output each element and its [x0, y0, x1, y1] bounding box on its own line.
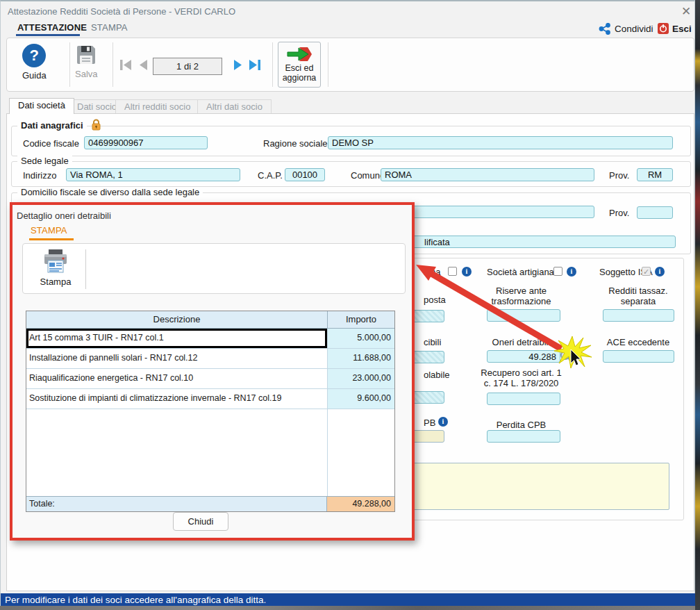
group-title: Dati anagrafici	[17, 120, 87, 131]
domicilio-row2-field[interactable]: lificata	[397, 236, 676, 248]
popup-tab-underline	[29, 238, 74, 240]
dettaglio-oneri-popup: Dettaglio oneri detraibili STAMPA Stam	[10, 202, 415, 541]
perdita-cpb-label: Perdita CPB	[478, 420, 565, 430]
empty-importo-column	[327, 409, 394, 496]
prov-label: Prov.	[609, 170, 629, 181]
redditi-tassaz-field[interactable]	[603, 309, 674, 322]
green-arrow-icon	[287, 47, 312, 62]
table-row[interactable]: Art 15 comma 3 TUIR - RN17 col.15.000,00	[26, 329, 394, 349]
toolbar-separator	[328, 42, 328, 87]
table-total-row: Totale: 49.288,00	[26, 496, 394, 511]
chiudi-button[interactable]: Chiudi	[173, 512, 228, 531]
domicilio-prov-label: Prov.	[609, 208, 629, 218]
oneri-detraibili-label: Oneri detraibili	[478, 337, 565, 347]
page-indicator[interactable]: 1 di 2	[153, 58, 222, 75]
table-row[interactable]: Riaqualificazione energetica - RN17 col.…	[26, 369, 394, 389]
ribbon-tab-stampa[interactable]: STAMPA	[91, 22, 128, 33]
popup-toolbar-separator	[85, 249, 86, 289]
table-empty-area	[26, 409, 394, 496]
riserve-field[interactable]	[487, 309, 560, 322]
guida-button[interactable]: ? Guida	[22, 44, 47, 81]
toolbar: ? Guida Salva 1 di 2	[6, 38, 694, 92]
domicilio-prov-field[interactable]	[637, 206, 673, 219]
recupero-soci-label: Recupero soci art. 1 c. 174 L. 178/2020	[478, 368, 565, 388]
header-descrizione[interactable]: Descrizione	[26, 311, 327, 328]
toolbar-separator	[272, 42, 273, 87]
row-description-cell[interactable]: Sostituzione di impianti di climatizzazi…	[26, 389, 327, 409]
info-icon[interactable]: i	[438, 417, 448, 427]
soggetto-isa-checkbox[interactable]: ✓	[642, 267, 651, 276]
salva-button[interactable]: Salva	[75, 44, 98, 79]
power-icon	[658, 23, 669, 34]
oneri-detraibili-field[interactable]: 49.288	[487, 350, 560, 363]
background-window-edge	[0, 606, 695, 610]
guida-label: Guida	[22, 70, 47, 81]
cap-label: C.A.P.	[258, 170, 283, 181]
table-body: Art 15 comma 3 TUIR - RN17 col.15.000,00…	[26, 329, 394, 409]
tab-altri-redditi-socio[interactable]: Altri redditi socio	[115, 99, 199, 114]
esci-ed-aggiorna-button[interactable]: Esci ed aggiorna	[278, 42, 321, 88]
societa-artigiana-checkbox[interactable]	[553, 267, 562, 276]
group-title: Domicilio fiscale se diverso dalla sede …	[17, 187, 203, 197]
row-importo-cell[interactable]: 5.000,00	[327, 329, 394, 348]
ragione-sociale-field[interactable]: DEMO SP	[328, 136, 673, 149]
help-icon: ?	[22, 44, 46, 67]
popup-tab-stampa[interactable]: STAMPA	[31, 225, 67, 236]
window-title: Attestazione Redditi Società di Persone …	[8, 6, 235, 17]
nav-last-icon[interactable]	[249, 60, 261, 70]
lock-icon	[91, 119, 101, 131]
floppy-icon	[75, 44, 97, 66]
info-icon[interactable]: i	[462, 267, 472, 277]
recupero-soci-field[interactable]	[487, 393, 560, 405]
codice-fiscale-field[interactable]: 04699900967	[84, 136, 208, 149]
ragione-sociale-label: Ragione sociale	[263, 138, 328, 149]
row-importo-cell[interactable]: 23.000,00	[327, 369, 394, 388]
condividi-button[interactable]: Condividi	[599, 23, 653, 35]
nav-first-icon[interactable]	[119, 60, 132, 70]
row-description-cell[interactable]: Riaqualificazione energetica - RN17 col.…	[26, 369, 327, 388]
tab-dati-societa[interactable]: Dati società	[9, 98, 74, 114]
fragment-label: cibili	[424, 337, 441, 347]
note-area[interactable]	[390, 463, 669, 510]
esci-button[interactable]: Esci	[658, 23, 692, 34]
prov-field[interactable]: RM	[637, 168, 673, 181]
nav-prev-icon[interactable]	[138, 60, 148, 70]
comune-label: Comune	[351, 170, 385, 181]
ace-eccedente-label: ACE eccedente	[597, 337, 680, 347]
stampa-button[interactable]: Stampa	[33, 248, 78, 287]
fragment-label: olabile	[424, 370, 450, 380]
esci-label: Esci	[672, 24, 692, 34]
close-icon[interactable]: ✕	[678, 4, 694, 19]
table-row[interactable]: Sostituzione di impianti di climatizzazi…	[26, 389, 394, 409]
condividi-label: Condividi	[615, 24, 653, 34]
fragment-label: posta	[424, 295, 446, 305]
group-sede-legale: Sede legale Indirizzo Via ROMA, 1 C.A.P.…	[11, 161, 691, 187]
active-tab-underline	[16, 34, 80, 36]
row-description-cell[interactable]: Installazione di pannelli solari - RN17 …	[26, 349, 327, 368]
row-importo-cell[interactable]: 11.688,00	[327, 349, 394, 368]
magnifier-icon[interactable]	[560, 349, 574, 363]
cap-field[interactable]: 00100	[285, 168, 325, 181]
nav-next-icon[interactable]	[233, 60, 243, 70]
toolbar-separator	[69, 42, 70, 87]
comune-field[interactable]: ROMA	[381, 168, 594, 181]
info-icon[interactable]: i	[655, 267, 665, 277]
total-value: 49.288,00	[326, 497, 394, 511]
domicilio-comune-field[interactable]	[397, 206, 594, 218]
ribbon-tab-attestazione[interactable]: ATTESTAZIONE	[17, 22, 87, 33]
ace-eccedente-field[interactable]	[603, 350, 674, 363]
fragment-label: PB	[424, 418, 435, 428]
perdita-cpb-field[interactable]	[487, 430, 560, 443]
table-header: Descrizione Importo	[26, 311, 394, 329]
tab-altri-dati-socio[interactable]: Altri dati socio	[197, 99, 272, 114]
status-bar: Per modificare i dati dei soci accedere …	[1, 593, 696, 607]
row-importo-cell[interactable]: 9.600,00	[327, 389, 394, 409]
info-icon[interactable]: i	[567, 267, 576, 277]
row-description-cell[interactable]: Art 15 comma 3 TUIR - RN17 col.1	[26, 329, 327, 348]
printer-icon	[42, 248, 69, 274]
indirizzo-field[interactable]: Via ROMA, 1	[66, 168, 240, 181]
header-importo[interactable]: Importo	[327, 311, 394, 328]
table-row[interactable]: Installazione di pannelli solari - RN17 …	[26, 349, 394, 369]
oneri-detraibili-table: Descrizione Importo Art 15 comma 3 TUIR …	[26, 311, 395, 512]
checkbox-1[interactable]	[448, 267, 457, 276]
